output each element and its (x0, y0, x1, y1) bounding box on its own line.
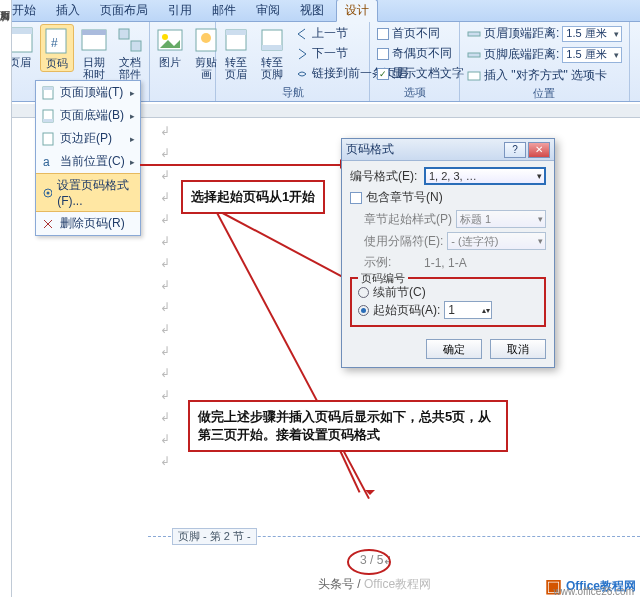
picture-button[interactable]: 图片 (154, 24, 186, 70)
tab-references[interactable]: 引用 (160, 0, 200, 21)
number-format-combo[interactable]: 1, 2, 3, … (424, 167, 546, 185)
header-distance: 页眉顶端距离:1.5 厘米 (464, 24, 625, 43)
goto-header-button[interactable]: 转至页眉 (220, 24, 252, 82)
page-number-dropdown: 页面顶端(T)▸ 页面底端(B)▸ 页边距(P)▸ a当前位置(C)▸ 设置页码… (35, 80, 141, 236)
gear-icon (41, 186, 52, 200)
tab-layout[interactable]: 页面布局 (92, 0, 156, 21)
svg-text:a: a (43, 155, 50, 169)
footer-distance: 页脚底端距离:1.5 厘米 (464, 45, 625, 64)
svg-rect-15 (262, 45, 282, 50)
ruler-icon (467, 48, 481, 62)
insert-align-tab[interactable]: 插入 "对齐方式" 选项卡 (464, 66, 625, 85)
diff-first-page[interactable]: 首页不同 (374, 24, 467, 43)
delete-icon (41, 217, 55, 231)
example-label: 示例: (350, 254, 420, 271)
doc-icon (41, 86, 55, 100)
page-number-button[interactable]: #页码 (40, 24, 74, 72)
dd-page-top[interactable]: 页面顶端(T)▸ (36, 81, 140, 104)
dd-page-bottom[interactable]: 页面底端(B)▸ (36, 104, 140, 127)
prev-icon (295, 27, 309, 41)
show-doc-text[interactable]: ✓显示文档文字 (374, 64, 467, 83)
cancel-button[interactable]: 取消 (490, 339, 546, 359)
separator-label: 使用分隔符(E): (350, 233, 443, 250)
credit-text: 头条号 / Office教程网 (318, 576, 431, 593)
footer-section-label: 页脚 - 第 2 节 - (172, 528, 257, 545)
svg-rect-5 (82, 30, 106, 35)
page-number-highlight (347, 549, 391, 575)
tab-view[interactable]: 视图 (292, 0, 332, 21)
dd-current-pos[interactable]: a当前位置(C)▸ (36, 150, 140, 173)
next-icon (295, 47, 309, 61)
diff-odd-even[interactable]: 奇偶页不同 (374, 44, 467, 63)
chapter-style-combo: 标题 1 (456, 210, 546, 228)
header-distance-combo[interactable]: 1.5 厘米 (562, 26, 621, 42)
parts-icon (116, 26, 144, 54)
start-at-radio[interactable] (358, 305, 369, 316)
group-title: 选项 (374, 84, 455, 101)
chapter-style-label: 章节起始样式(P) (350, 211, 452, 228)
include-chapter-checkbox[interactable] (350, 192, 362, 204)
svg-rect-7 (131, 41, 141, 51)
quickparts-button[interactable]: 文档部件 (114, 24, 146, 82)
page-number-format-dialog: 页码格式 ? ✕ 编号格式(E): 1, 2, 3, … 包含章节号(N) 章节… (341, 138, 555, 368)
tab-insert[interactable]: 插入 (48, 0, 88, 21)
cursor-icon: a (41, 155, 55, 169)
dialog-close-button[interactable]: ✕ (528, 142, 550, 158)
tab-design[interactable]: 设计 (336, 0, 378, 22)
callout-2: 做完上述步骤并插入页码后显示如下，总共5页，从第三页开始。接着设置页码格式 (188, 400, 508, 452)
page-number-icon: # (43, 27, 71, 55)
continue-label: 续前节(C) (373, 284, 426, 301)
tab-mailings[interactable]: 邮件 (204, 0, 244, 21)
calendar-icon (80, 26, 108, 54)
start-at-spinner[interactable]: 1 (444, 301, 492, 319)
svg-rect-17 (468, 53, 480, 57)
include-chapter-label: 包含章节号(N) (366, 189, 443, 206)
format-label: 编号格式(E): (350, 168, 420, 185)
ok-button[interactable]: 确定 (426, 339, 482, 359)
svg-point-27 (47, 191, 50, 194)
separator-combo: - (连字符) (447, 232, 546, 250)
ruler-icon (467, 27, 481, 41)
svg-text:#: # (51, 36, 58, 50)
link-icon (295, 67, 309, 81)
dd-remove-page-number[interactable]: 删除页码(R) (36, 212, 140, 235)
svg-rect-21 (43, 87, 53, 90)
callout-1: 选择起始页码从1开始 (181, 180, 325, 214)
doc-icon (41, 109, 55, 123)
tab-icon (467, 69, 481, 83)
watermark-url: www.office26.com (554, 586, 634, 597)
left-strip: 眉和页脚 (0, 0, 12, 597)
continue-radio[interactable] (358, 287, 369, 298)
tab-review[interactable]: 审阅 (248, 0, 288, 21)
ribbon-tabs: 开始 插入 页面布局 引用 邮件 审阅 视图 设计 (0, 0, 640, 22)
example-value: 1-1, 1-A (424, 256, 467, 270)
picture-icon (156, 26, 184, 54)
dialog-title: 页码格式 (346, 141, 394, 158)
goto-footer-icon (258, 26, 286, 54)
dd-format-page-number[interactable]: 设置页码格式(F)... (36, 173, 140, 212)
doc-icon (41, 132, 55, 146)
dialog-help-button[interactable]: ? (504, 142, 526, 158)
group-title: 导航 (220, 84, 365, 101)
svg-rect-18 (468, 72, 480, 80)
svg-rect-13 (226, 30, 246, 35)
svg-point-11 (201, 33, 211, 43)
group-title: 位置 (464, 85, 625, 102)
svg-rect-23 (43, 119, 53, 122)
goto-header-icon (222, 26, 250, 54)
svg-rect-16 (468, 32, 480, 36)
start-at-label: 起始页码(A): (373, 302, 440, 319)
svg-rect-24 (43, 133, 53, 145)
goto-footer-button[interactable]: 转至页脚 (256, 24, 288, 82)
page-numbering-legend: 页码编号 (358, 271, 408, 286)
close-header-footer-button[interactable]: 关闭页眉和页脚 (634, 24, 640, 106)
dialog-titlebar[interactable]: 页码格式 ? ✕ (342, 139, 554, 161)
footer-distance-combo[interactable]: 1.5 厘米 (562, 47, 621, 63)
svg-point-9 (162, 34, 168, 40)
svg-rect-6 (119, 29, 129, 39)
dd-page-margin[interactable]: 页边距(P)▸ (36, 127, 140, 150)
